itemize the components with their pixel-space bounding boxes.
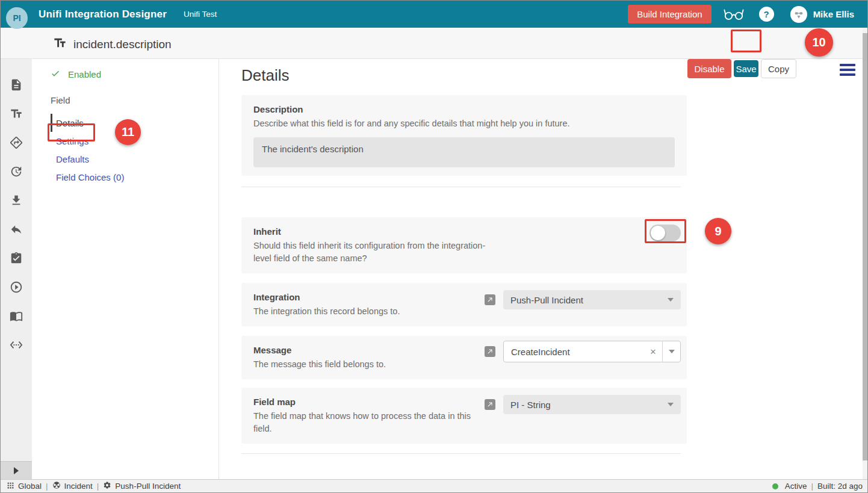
- check-icon: [51, 69, 60, 80]
- grid-icon: [7, 482, 14, 491]
- enabled-status: Enabled: [51, 69, 219, 80]
- save-button[interactable]: Save: [734, 60, 758, 77]
- field-map-help: The field map that knows how to process …: [253, 410, 485, 435]
- book-icon[interactable]: [10, 309, 23, 323]
- record-nav-panel: Enabled Field Details Settings Defaults …: [32, 59, 219, 479]
- disable-button[interactable]: Disable: [687, 59, 731, 78]
- clear-icon[interactable]: ✕: [644, 341, 662, 362]
- table-icon: [52, 481, 61, 491]
- chevron-down-icon: [668, 298, 674, 302]
- record-title-group: incident.description: [53, 36, 172, 52]
- user-avatar[interactable]: [790, 6, 807, 23]
- description-help: Describe what this field is for and any …: [253, 117, 681, 130]
- field-map-label: Field map: [253, 396, 485, 408]
- play-circle-icon[interactable]: [10, 281, 23, 294]
- gear-icon: [103, 481, 111, 491]
- table-indicator[interactable]: Incident: [52, 481, 93, 491]
- icon-rail: [1, 28, 32, 479]
- message-label: Message: [253, 344, 485, 356]
- details-form: Details Description Describe what this f…: [220, 59, 863, 479]
- app-title: Unifi Integration Designer: [39, 8, 167, 20]
- directions-icon[interactable]: [10, 136, 23, 149]
- menu-icon[interactable]: [840, 64, 855, 78]
- dropdown-button[interactable]: [663, 341, 680, 362]
- unifi-integration-designer-window: { "topbar": { "app_title": "Unifi Integr…: [0, 0, 868, 493]
- active-status: Active: [772, 482, 807, 491]
- inherit-help: Should this field inherit its configurat…: [253, 240, 503, 265]
- text-fields-icon: [53, 36, 67, 52]
- nav-list: Details Settings Defaults Field Choices …: [51, 114, 219, 186]
- glasses-icon[interactable]: [724, 7, 744, 21]
- open-record-icon[interactable]: [485, 346, 495, 357]
- app-header: Unifi Integration Designer Unifi Test Bu…: [1, 1, 867, 28]
- toggle-knob: [651, 226, 665, 240]
- download-icon[interactable]: [10, 194, 23, 207]
- copy-button[interactable]: Copy: [761, 59, 796, 78]
- integration-field-card: Integration The integration this record …: [241, 283, 687, 326]
- workspace-badge[interactable]: PI: [6, 7, 28, 29]
- nav-item-field-choices[interactable]: Field Choices (0): [51, 168, 219, 186]
- field-map-card: Field map The field map that knows how t…: [241, 388, 687, 444]
- code-icon[interactable]: [10, 338, 23, 352]
- expand-icon: [14, 467, 19, 474]
- user-name[interactable]: Mike Ellis: [813, 9, 854, 19]
- help-icon[interactable]: ?: [759, 7, 774, 22]
- inherit-label: Inherit: [253, 226, 649, 237]
- integration-select[interactable]: Push-Pull Incident: [503, 290, 681, 309]
- chevron-down-icon: [668, 403, 674, 406]
- inherit-toggle[interactable]: [649, 225, 681, 241]
- description-field-card: Description Describe what this field is …: [241, 95, 687, 176]
- open-record-icon[interactable]: [485, 294, 495, 305]
- status-dot: [772, 483, 778, 489]
- description-textarea[interactable]: The incident's description: [253, 137, 675, 167]
- message-help: The message this field belongs to.: [253, 358, 485, 371]
- nav-item-details[interactable]: Details: [51, 114, 219, 132]
- reply-icon[interactable]: [10, 223, 23, 236]
- task-check-icon[interactable]: [10, 252, 23, 265]
- open-record-icon[interactable]: [485, 399, 495, 410]
- nav-item-settings[interactable]: Settings: [51, 132, 219, 150]
- update-icon[interactable]: [10, 165, 23, 178]
- document-icon[interactable]: [10, 78, 23, 91]
- nav-section-label: Field: [51, 95, 219, 105]
- build-integration-button[interactable]: Build Integration: [628, 5, 711, 23]
- message-combobox[interactable]: CreateIncident ✕: [503, 341, 681, 362]
- enabled-label: Enabled: [68, 69, 101, 79]
- built-timestamp: Built: 2d ago: [817, 482, 863, 491]
- description-label: Description: [253, 104, 681, 115]
- record-title: incident.description: [73, 38, 172, 51]
- collapse-panel-button[interactable]: [1, 461, 32, 479]
- integration-help: The integration this record belongs to.: [253, 305, 485, 318]
- message-field-card: Message The message this field belongs t…: [241, 336, 687, 379]
- inherit-field-card: Inherit Should this field inherit its co…: [241, 217, 687, 273]
- integration-label: Integration: [253, 291, 485, 303]
- record-toolbar: incident.description Disable Save Copy: [1, 28, 867, 59]
- chevron-down-icon: [669, 350, 675, 353]
- environment-name[interactable]: Unifi Test: [184, 10, 217, 19]
- scope-indicator[interactable]: Global: [7, 482, 42, 491]
- text-fields-icon[interactable]: [10, 107, 23, 120]
- integration-indicator[interactable]: Push-Pull Incident: [103, 481, 181, 491]
- nav-item-defaults[interactable]: Defaults: [51, 150, 219, 168]
- scrollbar-thumb[interactable]: [863, 33, 867, 460]
- vertical-scrollbar[interactable]: [863, 28, 867, 479]
- status-bar: Global | Incident | Push-Pull Incident A…: [1, 479, 867, 492]
- field-map-select[interactable]: PI - String: [503, 395, 681, 414]
